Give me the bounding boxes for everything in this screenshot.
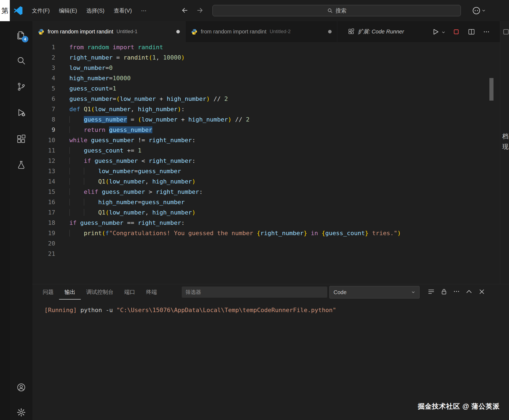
line-number[interactable]: 6 — [32, 94, 55, 104]
output-channel-select[interactable]: Code — [329, 286, 419, 298]
activity-item-extensions[interactable] — [16, 134, 26, 144]
code-line[interactable]: 9 return guess_number — [32, 125, 500, 135]
command-center-search[interactable]: 搜索 — [212, 5, 461, 16]
run-code-button[interactable] — [431, 28, 440, 36]
panel-tab-output[interactable]: 输出 — [59, 284, 81, 300]
line-number[interactable]: 19 — [32, 228, 55, 238]
activity-item-testing[interactable] — [16, 160, 26, 170]
code-text: guess_count=1 — [69, 83, 116, 94]
activity-item-account[interactable] — [16, 382, 26, 392]
code-line[interactable]: 13 low_number=guess_number — [32, 166, 500, 176]
line-number[interactable]: 14 — [32, 176, 55, 187]
activity-item-run-debug[interactable] — [16, 108, 26, 117]
code-line[interactable]: 12 if guess_number < right_number: — [32, 156, 500, 166]
output-filter-input[interactable] — [182, 287, 327, 298]
code-line[interactable]: 8 guess_number = (low_number + high_numb… — [32, 114, 500, 125]
search-icon — [327, 8, 333, 14]
vscode-logo-icon — [13, 5, 23, 16]
panel-tab-ports[interactable]: 端口 — [119, 284, 141, 300]
line-number[interactable]: 1 — [32, 42, 55, 52]
panel-tab-terminal[interactable]: 终端 — [141, 284, 162, 300]
more-actions-icon[interactable] — [483, 28, 490, 35]
code-line[interactable]: 1from random import randint — [32, 42, 500, 52]
line-number[interactable]: 3 — [32, 63, 55, 73]
page-background — [0, 21, 10, 420]
menu-more[interactable]: ⋯ — [137, 7, 151, 14]
more-actions-icon[interactable] — [453, 288, 460, 295]
code-text: guess_number=(low_number + high_number) … — [69, 94, 228, 104]
activity-item-search[interactable] — [16, 56, 26, 66]
navigate-forward-icon[interactable] — [196, 6, 204, 14]
account-button[interactable] — [472, 6, 486, 15]
menu-view[interactable]: 查看(V) — [109, 7, 137, 14]
line-number[interactable]: 13 — [32, 166, 55, 176]
line-number[interactable]: 5 — [32, 83, 55, 94]
line-number[interactable]: 10 — [32, 135, 55, 145]
settings-icon — [16, 407, 26, 417]
modified-dot[interactable] — [176, 30, 180, 33]
code-line[interactable]: 10while guess_number != right_number: — [32, 135, 500, 145]
code-line[interactable]: 2right_number = randint(1, 10000) — [32, 52, 500, 63]
line-number[interactable]: 7 — [32, 104, 55, 114]
editor-tab-untitled-1[interactable]: from random import randint Untitled-1 — [32, 21, 186, 42]
maximize-panel-icon[interactable] — [465, 288, 473, 295]
line-number[interactable]: 18 — [32, 218, 55, 228]
code-editor[interactable]: 1from random import randint2right_number… — [32, 42, 500, 284]
code-line[interactable]: 18if guess_number == right_number: — [32, 218, 500, 228]
testing-icon — [16, 160, 26, 170]
code-line[interactable]: 16 high_number=guess_number — [32, 197, 500, 207]
clipped-char: 档 — [502, 132, 508, 141]
code-line[interactable]: 15 elif guess_number > right_number: — [32, 187, 500, 197]
line-number[interactable]: 20 — [32, 238, 55, 249]
code-text: Q1(low_number, high_number) — [69, 207, 196, 218]
code-line[interactable]: 5guess_count=1 — [32, 83, 500, 94]
line-number[interactable]: 17 — [32, 207, 55, 218]
account-icon — [472, 6, 481, 15]
navigate-back-icon[interactable] — [181, 6, 189, 14]
activity-item-explorer[interactable]: 4 — [16, 30, 26, 40]
close-panel-icon[interactable] — [478, 288, 486, 295]
menu-selection[interactable]: 选择(S) — [82, 7, 109, 14]
editor-tab-untitled-2[interactable]: from random import randint Untitled-2 — [186, 21, 337, 42]
menu-edit[interactable]: 编辑(E) — [54, 7, 82, 14]
lock-scroll-icon[interactable] — [440, 288, 448, 295]
code-line[interactable]: 20 — [32, 238, 500, 249]
code-line[interactable]: 3low_number=0 — [32, 63, 500, 73]
panel-tab-bar: 问题输出调试控制台端口终端 — [37, 284, 162, 300]
code-line[interactable]: 21 — [32, 249, 500, 259]
code-text: guess_number = (low_number + high_number… — [69, 114, 249, 125]
activity-item-settings[interactable] — [16, 407, 26, 417]
tab-detail: Untitled-1 — [116, 29, 137, 35]
line-number[interactable]: 15 — [32, 187, 55, 197]
line-number[interactable]: 9 — [32, 125, 55, 135]
code-line[interactable]: 17 Q1(low_number, high_number) — [32, 207, 500, 218]
code-line[interactable]: 4high_number=10000 — [32, 73, 500, 83]
code-line[interactable]: 14 Q1(low_number, high_number) — [32, 176, 500, 187]
modified-dot[interactable] — [328, 30, 332, 33]
code-line[interactable]: 19 print(f"Congratulations! You guessed … — [32, 228, 500, 238]
line-number[interactable]: 8 — [32, 114, 55, 125]
code-line[interactable]: 6guess_number=(low_number + high_number)… — [32, 94, 500, 104]
line-number[interactable]: 4 — [32, 73, 55, 83]
panel-tab-debug-console[interactable]: 调试控制台 — [81, 284, 119, 300]
activity-bar: 4 — [10, 21, 32, 420]
run-options-chevron-icon[interactable] — [441, 30, 446, 35]
line-number[interactable]: 16 — [32, 197, 55, 207]
chevron-down-icon — [411, 290, 415, 294]
code-text: high_number=guess_number — [69, 197, 185, 207]
stop-run-button[interactable] — [452, 28, 460, 36]
clipped-icon — [502, 28, 509, 35]
split-editor-button[interactable] — [468, 28, 475, 36]
panel-tab-problems[interactable]: 问题 — [37, 284, 59, 300]
line-number[interactable]: 12 — [32, 156, 55, 166]
editor-scrollbar-thumb[interactable] — [489, 78, 493, 101]
clear-output-icon[interactable] — [427, 288, 435, 295]
code-line[interactable]: 11 guess_count += 1 — [32, 145, 500, 156]
line-number[interactable]: 21 — [32, 249, 55, 259]
code-line[interactable]: 7def Q1(low_number, high_number): — [32, 104, 500, 114]
line-number[interactable]: 2 — [32, 52, 55, 63]
activity-item-source-control[interactable] — [16, 82, 26, 92]
menu-file[interactable]: 文件(F) — [27, 7, 54, 14]
line-number[interactable]: 11 — [32, 145, 55, 156]
tab-detail: Untitled-2 — [270, 29, 291, 35]
